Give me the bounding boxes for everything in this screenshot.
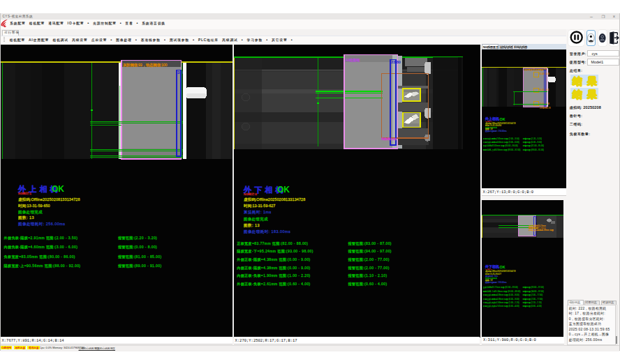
svg-text:报警范围:(2.00 - 77.00): 报警范围:(2.00 - 77.00) bbox=[523, 294, 543, 296]
svg-text:算法耗时: 1ms: 算法耗时: 1ms bbox=[244, 210, 272, 215]
svg-text:报警范围:(1.10 - 2.10): 报警范围:(1.10 - 2.10) bbox=[348, 273, 387, 278]
svg-text:外侧正极-隔膜=4.38mm 范围: 外侧正极-隔膜=4.38mm 范围 bbox=[529, 229, 554, 232]
svg-text:内侧正极-隔膜=4.38mm 范围:(0.00 - 9.00: 内侧正极-隔膜=4.38mm 范围:(0.00 - 9.00) bbox=[237, 265, 310, 270]
svg-text:完整率:100: 完整率:100 bbox=[381, 137, 397, 141]
svg-text:OK: OK bbox=[500, 264, 505, 268]
svg-text:报警范围:(94.00 - 97.00): 报警范围:(94.00 - 97.00) bbox=[348, 249, 391, 254]
svg-text:报警范围:(2.00 - 77.00): 报警范围:(2.00 - 77.00) bbox=[348, 257, 389, 262]
svg-text:报警范围:(2.20 - 3.20): 报警范围:(2.20 - 3.20) bbox=[523, 137, 542, 140]
svg-text:外侧负极-隔膜=2.91mm 范围:(2.00 - 3.50: 外侧负极-隔膜=2.91mm 范围:(2.00 - 3.50) bbox=[483, 137, 519, 140]
svg-text:图像处理耗时: 183.00ms: 图像处理耗时: 183.00ms bbox=[244, 229, 290, 234]
svg-text:内侧负极-隔膜=4.60mm 范围:(3.00 - 6.00: 内侧负极-隔膜=4.60mm 范围:(3.00 - 6.00) bbox=[483, 141, 519, 144]
svg-text:NG统计:1: NG统计:1 bbox=[18, 191, 32, 195]
svg-text:OK: OK bbox=[277, 185, 290, 195]
svg-text:内侧负极-隔膜=4.60mm 范围:(3.00 - 6.00: 内侧负极-隔膜=4.60mm 范围:(3.00 - 6.00) bbox=[4, 245, 78, 250]
svg-text:报警范围:(0.00 - 8.00): 报警范围:(0.00 - 8.00) bbox=[118, 245, 157, 250]
svg-text:报警范围:(89.00 - 91.00): 报警范围:(89.00 - 91.00) bbox=[523, 149, 544, 151]
svg-text:外侧正极-负极=2.61mm 范围:(0.60 - 4.00: 外侧正极-负极=2.61mm 范围:(0.60 - 4.00) bbox=[237, 281, 310, 286]
svg-text:报警范围:(0.60 - 4.00): 报警范围:(0.60 - 4.00) bbox=[348, 281, 387, 286]
svg-text:虚拟码:Offline20250208133134728: 虚拟码:Offline20250208133134728 bbox=[18, 197, 80, 202]
svg-text:报警范围:(2.00 - 77.00): 报警范围:(2.00 - 77.00) bbox=[348, 265, 389, 270]
svg-text:图数: 13: 图数: 13 bbox=[244, 223, 260, 228]
svg-text:报警范围:(83.00 - 87.00): 报警范围:(83.00 - 87.00) bbox=[523, 286, 544, 289]
svg-text:13.64 8x3.78: 13.64 8x3.78 bbox=[540, 107, 552, 109]
svg-text:内侧正极-隔膜=4.38mm 范围:(0.00 - 9.00: 内侧正极-隔膜=4.38mm 范围:(0.00 - 9.00) bbox=[483, 297, 519, 300]
svg-text:23.80: 23.80 bbox=[391, 60, 401, 64]
svg-text:正极宽度=83.77mm 范围:(82.00 - 88.00: 正极宽度=83.77mm 范围:(82.00 - 88.00) bbox=[237, 241, 308, 245]
svg-text:外侧正极-负极=2.61mm 范围:(0.60 - 4.00: 外侧正极-负极=2.61mm 范围:(0.60 - 4.00) bbox=[483, 305, 519, 308]
svg-text:隔膜宽度-下=95.24mm 范围:(93.00 - 98.: 隔膜宽度-下=95.24mm 范围:(93.00 - 98.00) bbox=[483, 289, 521, 292]
svg-text:图像处理完成: 图像处理完成 bbox=[18, 210, 43, 215]
svg-text:图像处理耗时: 256.00ms: 图像处理耗时: 256.00ms bbox=[18, 222, 65, 227]
svg-text:报警范围:(81.00 - 85.00): 报警范围:(81.00 - 85.00) bbox=[523, 144, 544, 147]
svg-text:AI检测框: AI检测框 bbox=[346, 58, 360, 63]
svg-text:报警范围:(2.00 - 77.00): 报警范围:(2.00 - 77.00) bbox=[523, 297, 543, 300]
svg-text:隔膜宽度-上=90.56mm 范围:(88.00 - 92.: 隔膜宽度-上=90.56mm 范围:(88.00 - 92.00) bbox=[483, 149, 521, 151]
svg-text:正极宽度=83.77mm 范围:(82.00 - 88.00: 正极宽度=83.77mm 范围:(82.00 - 88.00) bbox=[483, 286, 518, 289]
svg-text:报警范围:(81.00 - 85.00): 报警范围:(81.00 - 85.00) bbox=[118, 254, 162, 259]
svg-text:隔膜宽度-下=95.24mm 范围:(93.00 - 98.: 隔膜宽度-下=95.24mm 范围:(93.00 - 98.00) bbox=[237, 249, 313, 254]
svg-text:图像处理耗时: 183.00ms: 图像处理耗时: 183.00ms bbox=[485, 280, 507, 283]
svg-text:灰阶阈值:93,动态阈值:100: 灰阶阈值:93,动态阈值:100 bbox=[524, 68, 547, 71]
svg-text:灰阶阈值:93，动态阈值:100: 灰阶阈值:93，动态阈值:100 bbox=[123, 62, 168, 67]
svg-text:外侧正极-隔膜=4.38mm 范围:(0.00 - 9.00: 外侧正极-隔膜=4.38mm 范围:(0.00 - 9.00) bbox=[483, 294, 519, 296]
svg-text:负极宽度=83.05mm 范围:(80.00 - 86.00: 负极宽度=83.05mm 范围:(80.00 - 86.00) bbox=[483, 144, 518, 147]
svg-text:图像处理完成: 图像处理完成 bbox=[244, 216, 268, 221]
svg-text:报警范围:(2.20 - 3.20): 报警范围:(2.20 - 3.20) bbox=[118, 235, 157, 240]
svg-text:外侧正极-隔膜=4.38mm 范围:(0.00 - 9.00: 外侧正极-隔膜=4.38mm 范围:(0.00 - 9.00) bbox=[237, 257, 310, 262]
svg-text:时间:13-31-59-650: 时间:13-31-59-650 bbox=[18, 203, 50, 208]
svg-text:报警范围:(1.10 - 2.10): 报警范围:(1.10 - 2.10) bbox=[523, 301, 542, 304]
svg-text:报警范围:(94.00 - 97.00): 报警范围:(94.00 - 97.00) bbox=[523, 289, 544, 292]
svg-text:内侧正极-负极=1.90mm 范围:(1.00 - 2.20: 内侧正极-负极=1.90mm 范围:(1.00 - 2.20) bbox=[483, 301, 519, 304]
svg-text:OK: OK bbox=[500, 117, 505, 121]
svg-text:图像处理耗时: 256.00ms: 图像处理耗时: 256.00ms bbox=[485, 130, 507, 132]
svg-text:外侧负极-隔膜=2.91mm 范围:(2.00 - 3.50: 外侧负极-隔膜=2.91mm 范围:(2.00 - 3.50) bbox=[4, 235, 78, 240]
svg-text:虚拟码:Offline20250208133134728: 虚拟码:Offline20250208133134728 bbox=[244, 197, 305, 202]
svg-text:隔膜宽度-上=90.56mm 范围:(88.00 - 92.: 隔膜宽度-上=90.56mm 范围:(88.00 - 92.00) bbox=[4, 263, 81, 268]
svg-text:负极宽度=83.05mm 范围:(80.00 - 86.00: 负极宽度=83.05mm 范围:(80.00 - 86.00) bbox=[4, 254, 75, 259]
svg-text:报警范围:(0.60 - 4.00): 报警范围:(0.60 - 4.00) bbox=[523, 305, 542, 308]
svg-text:报警范围:(83.00 - 87.00): 报警范围:(83.00 - 87.00) bbox=[348, 241, 391, 245]
svg-text:OK: OK bbox=[52, 184, 64, 194]
svg-text:时间:13-31-59-627: 时间:13-31-59-627 bbox=[244, 204, 275, 208]
svg-text:报警范围:(0.00 - 8.00): 报警范围:(0.00 - 8.00) bbox=[523, 141, 542, 144]
svg-text:NG统计:0: NG统计:0 bbox=[244, 192, 258, 196]
svg-text:报警范围:(89.00 - 91.00): 报警范围:(89.00 - 91.00) bbox=[118, 263, 162, 268]
svg-text:内侧正极-负极=1.90mm 范围:(1.00 - 2.20: 内侧正极-负极=1.90mm 范围:(1.00 - 2.20) bbox=[237, 273, 310, 278]
svg-text:图数: 13: 图数: 13 bbox=[18, 215, 34, 220]
